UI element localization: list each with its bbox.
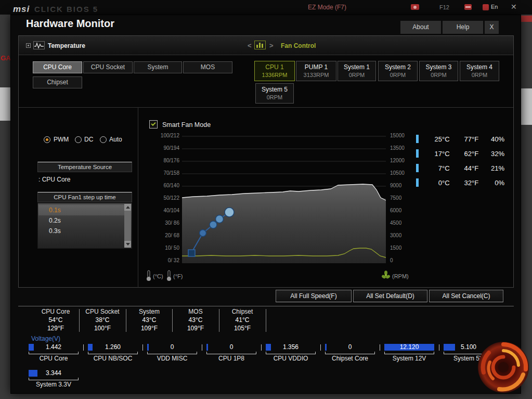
check-icon bbox=[151, 121, 155, 126]
temp-readout-chipset: Chipset41°C105°F bbox=[219, 307, 265, 332]
background-left-panel-sliver bbox=[0, 87, 10, 121]
temp-readout-system: System43°C109°F bbox=[126, 307, 172, 332]
list-item-03s[interactable]: 0.3s bbox=[38, 226, 125, 236]
list-scrollbar[interactable] bbox=[124, 204, 131, 248]
temp-source-chipset[interactable]: Chipset bbox=[33, 76, 82, 88]
smart-fan-label: Smart Fan Mode bbox=[162, 121, 211, 128]
curve-point-dot[interactable] bbox=[200, 230, 206, 237]
temp-source-mos[interactable]: MOS bbox=[183, 61, 232, 73]
y-axis-right-tick: 0 bbox=[390, 258, 414, 263]
f12-label: F12 bbox=[439, 4, 449, 10]
y-axis-right-tick: 3000 bbox=[390, 233, 414, 238]
panel-divider-vertical bbox=[138, 107, 138, 288]
scroll-up-icon[interactable] bbox=[124, 204, 131, 211]
all-set-default-button[interactable]: All Set Default(D) bbox=[353, 290, 427, 302]
y-axis-right-tick: 7500 bbox=[390, 195, 414, 201]
temp-source-cpu-core[interactable]: CPU Core bbox=[33, 61, 82, 73]
window-restore-icon[interactable] bbox=[26, 43, 31, 48]
temperature-source-value: : CPU Core bbox=[38, 176, 70, 183]
temp-separator bbox=[79, 309, 80, 332]
ez-mode-button[interactable]: EZ Mode (F7) bbox=[308, 4, 346, 11]
voltage-cpu-1p8: 0 CPU 1P8 bbox=[206, 343, 256, 363]
fan-button-system1[interactable]: System 10RPM bbox=[338, 61, 376, 81]
point-bar-icon bbox=[416, 164, 419, 172]
all-set-cancel-button[interactable]: All Set Cancel(C) bbox=[429, 290, 503, 302]
radio-pwm-label[interactable]: PWM bbox=[54, 136, 69, 143]
bios-close-icon[interactable]: ✕ bbox=[511, 3, 517, 11]
radio-dc[interactable] bbox=[75, 136, 82, 143]
temp-separator bbox=[126, 309, 126, 332]
y-axis-right-tick: 6000 bbox=[390, 208, 414, 213]
printer-icon[interactable] bbox=[464, 4, 472, 10]
y-axis-left-tick: 40/104 bbox=[153, 208, 179, 213]
tab-temperature[interactable]: Temperature bbox=[48, 42, 85, 49]
curve-point-square[interactable] bbox=[188, 250, 195, 256]
dialog-close-button[interactable]: X bbox=[485, 21, 499, 34]
language-label[interactable]: En bbox=[491, 4, 498, 10]
help-button[interactable]: Help bbox=[443, 21, 483, 34]
y-axis-left-tick: 70/158 bbox=[153, 170, 179, 176]
radio-dc-label[interactable]: DC bbox=[84, 136, 93, 143]
msi-dragon-logo bbox=[477, 340, 529, 394]
y-axis-right-tick: 15000 bbox=[390, 133, 414, 138]
step-up-time-header[interactable]: CPU Fan1 step up time bbox=[37, 192, 132, 202]
fan-control-prev-icon[interactable]: < bbox=[248, 42, 252, 49]
temperature-source-header[interactable]: Temperature Source bbox=[37, 162, 132, 172]
status-divider bbox=[18, 306, 514, 306]
list-item-02s[interactable]: 0.2s bbox=[38, 215, 125, 226]
fan-button-system3[interactable]: System 30RPM bbox=[419, 61, 458, 81]
fahrenheit-unit-label: (°F) bbox=[173, 273, 183, 279]
voltage-row-1: 1.442 CPU Core 1.260 CPU NB/SOC 0 VDD MI… bbox=[29, 343, 503, 363]
curve-point-dot[interactable] bbox=[210, 221, 217, 228]
radio-auto-label[interactable]: Auto bbox=[109, 136, 122, 143]
y-axis-left-tick: 80/176 bbox=[153, 158, 179, 163]
fan-button-cpu1[interactable]: CPU 11336RPM bbox=[254, 61, 295, 81]
smart-fan-checkbox[interactable] bbox=[149, 120, 158, 128]
language-flag-icon[interactable] bbox=[483, 4, 489, 10]
about-button[interactable]: About bbox=[400, 21, 441, 34]
voltage-cpu-nb-soc: 1.260 CPU NB/SOC bbox=[88, 343, 138, 363]
y-axis-right-tick: 12000 bbox=[390, 158, 414, 163]
radio-pwm[interactable] bbox=[44, 136, 50, 143]
temp-separator bbox=[219, 309, 219, 332]
tab-fan-control[interactable]: Fan Control bbox=[281, 42, 316, 49]
fan-button-pump1[interactable]: PUMP 13133RPM bbox=[296, 61, 336, 81]
msi-logo: msi bbox=[13, 4, 30, 15]
voltage-cpu-core: 1.442 CPU Core bbox=[29, 343, 79, 363]
background-bottom-edge bbox=[0, 394, 532, 399]
fan-button-system4[interactable]: System 40RPM bbox=[460, 61, 499, 81]
curve-point-dot[interactable] bbox=[225, 208, 234, 217]
waveform-icon bbox=[33, 41, 45, 49]
temp-source-system[interactable]: System bbox=[134, 61, 182, 73]
temp-source-cpu-socket[interactable]: CPU Socket bbox=[83, 61, 133, 73]
voltage-chipset-core: 0 Chipset Core bbox=[325, 343, 375, 363]
y-axis-right-tick: 13500 bbox=[390, 145, 414, 151]
background-top-bar: msi CLICK BIOS 5 EZ Mode (F7) F12 En ✕ bbox=[0, 0, 532, 15]
curve-point-row: 25°C 77°F 40% bbox=[416, 132, 504, 146]
radio-auto[interactable] bbox=[100, 136, 107, 143]
fan-button-system2[interactable]: System 20RPM bbox=[378, 61, 418, 81]
fan-control-next-icon[interactable]: > bbox=[269, 42, 274, 49]
curve-point-row: 17°C 62°F 32% bbox=[416, 146, 504, 161]
background-right-panel-sliver bbox=[521, 88, 532, 125]
y-axis-right-tick: 10500 bbox=[390, 170, 414, 176]
click-bios-label: CLICK BIOS 5 bbox=[34, 5, 98, 14]
temp-separator bbox=[172, 309, 173, 332]
point-bar-icon bbox=[416, 135, 419, 143]
scroll-down-icon[interactable] bbox=[124, 241, 131, 248]
temp-separator bbox=[266, 309, 266, 332]
curve-point-dot[interactable] bbox=[216, 215, 224, 223]
panel-divider-horizontal bbox=[19, 107, 513, 108]
y-axis-right-tick: 4500 bbox=[390, 220, 414, 226]
fan-button-system5[interactable]: System 50RPM bbox=[255, 83, 294, 104]
all-full-speed-button[interactable]: All Full Speed(F) bbox=[276, 290, 352, 302]
dialog-title: Hardware Monitor bbox=[26, 18, 114, 30]
fan-curve-chart bbox=[182, 134, 386, 263]
background-red-sliver bbox=[521, 16, 532, 22]
voltage-vdd-misc: 0 VDD MISC bbox=[147, 343, 197, 363]
screenshot-camera-icon[interactable] bbox=[411, 4, 419, 10]
curve-point-row: 0°C 32°F 0% bbox=[416, 175, 504, 190]
list-item-01s[interactable]: 0.1s bbox=[38, 205, 125, 215]
background-edge-text: GA bbox=[1, 54, 11, 62]
voltage-cpu-vddio: 1.356 CPU VDDIO bbox=[266, 343, 316, 363]
